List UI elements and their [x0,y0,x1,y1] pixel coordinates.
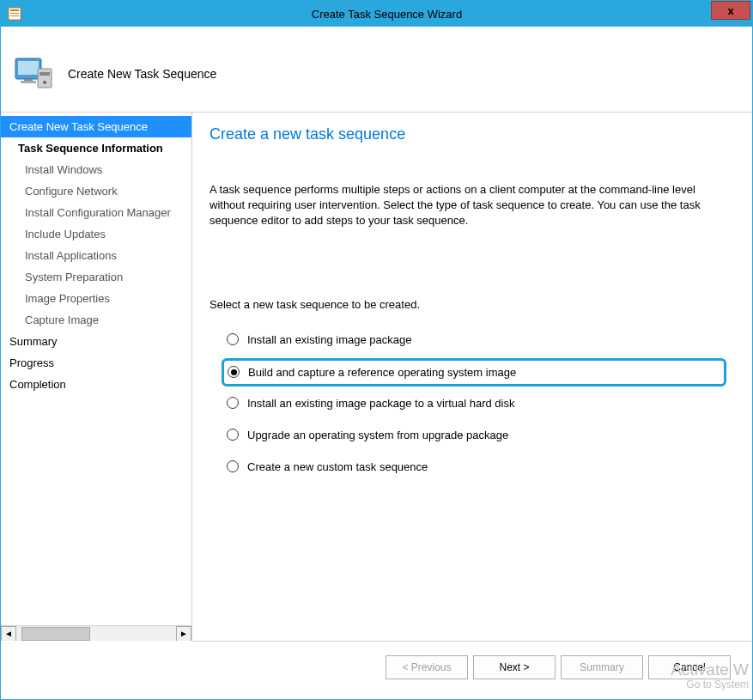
radio-label: Install an existing image package [247,333,412,346]
svg-point-10 [43,81,46,84]
svg-rect-1 [10,9,19,11]
svg-rect-3 [10,15,19,16]
wizard-window: Create Task Sequence Wizard x Create New… [0,0,753,700]
wizard-header: Create New Task Sequence [1,35,752,113]
radio-icon [227,397,239,409]
page-heading: Create a new task sequence [210,125,726,143]
radio-label: Upgrade an operating system from upgrade… [247,429,508,441]
sidebar-item-include-updates[interactable]: Include Updates [1,223,191,245]
previous-button[interactable]: < Previous [386,655,468,679]
sidebar-item-image-properties[interactable]: Image Properties [1,288,191,309]
radio-option-1[interactable]: Build and capture a reference operating … [222,358,726,387]
radio-icon [227,460,239,472]
window-title: Create Task Sequence Wizard [21,8,752,21]
wizard-footer: < Previous Next > Summary Cancel Activat… [192,641,752,692]
radio-option-4[interactable]: Create a new custom task sequence [222,453,726,480]
svg-rect-6 [24,79,33,81]
radio-icon [227,333,239,345]
sidebar-item-capture-image[interactable]: Capture Image [1,309,191,331]
main-panel: Create a new task sequence A task sequen… [192,113,752,641]
sidebar-item-install-windows[interactable]: Install Windows [1,159,191,180]
radio-icon [228,366,240,378]
sidebar-item-install-configuration-manager[interactable]: Install Configuration Manager [1,202,191,223]
summary-button[interactable]: Summary [561,655,643,679]
scroll-thumb[interactable] [21,627,90,641]
sidebar-item-system-preparation[interactable]: System Preparation [1,266,191,288]
task-sequence-icon [14,53,55,94]
cancel-button[interactable]: Cancel [648,655,731,679]
sidebar-item-progress[interactable]: Progress [1,352,191,374]
next-button[interactable]: Next > [473,655,556,679]
radio-label: Install an existing image package to a v… [247,397,514,410]
sidebar-item-task-sequence-information[interactable]: Task Sequence Information [1,137,191,159]
radio-label: Build and capture a reference operating … [248,366,516,379]
svg-rect-7 [21,81,36,83]
close-icon: x [727,4,733,17]
scroll-right-arrow[interactable]: ► [176,626,191,642]
radio-icon [227,429,239,441]
scroll-track[interactable] [16,626,176,642]
svg-rect-2 [10,13,19,14]
sidebar-item-summary[interactable]: Summary [1,331,191,352]
app-icon [8,7,21,21]
options-label: Select a new task sequence to be created… [210,298,726,311]
radio-option-0[interactable]: Install an existing image package [222,326,726,353]
sidebar-item-configure-network[interactable]: Configure Network [1,180,191,202]
page-description: A task sequence performs multiple steps … [210,182,726,229]
content-area: Create New Task SequenceTask Sequence In… [1,113,752,641]
svg-rect-8 [38,69,52,88]
sidebar-item-completion[interactable]: Completion [1,374,191,395]
scroll-left-arrow[interactable]: ◄ [1,626,16,642]
radio-option-2[interactable]: Install an existing image package to a v… [222,390,726,417]
svg-rect-9 [39,72,50,76]
sidebar: Create New Task SequenceTask Sequence In… [1,113,192,641]
svg-rect-5 [18,61,39,75]
close-button[interactable]: x [711,1,750,20]
header-title: Create New Task Sequence [68,67,216,81]
sidebar-horizontal-scrollbar[interactable]: ◄ ► [1,625,191,641]
radio-label: Create a new custom task sequence [247,460,428,473]
sidebar-item-create-new-task-sequence[interactable]: Create New Task Sequence [1,116,191,137]
task-sequence-type-radiogroup: Install an existing image packageBuild a… [222,326,726,485]
radio-option-3[interactable]: Upgrade an operating system from upgrade… [222,422,726,448]
titlebar: Create Task Sequence Wizard x [1,1,752,27]
sidebar-item-install-applications[interactable]: Install Applications [1,245,191,266]
